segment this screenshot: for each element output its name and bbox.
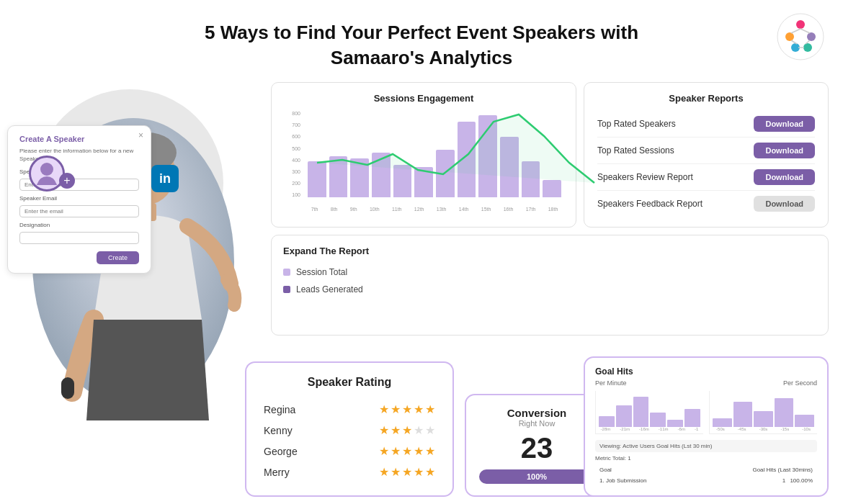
bar-8th	[329, 156, 348, 198]
download-feedback-button[interactable]: Download	[754, 196, 815, 212]
speaker-email-label: Speaker Email	[19, 195, 139, 202]
rating-row-merry: Merry ★ ★ ★ ★ ★	[264, 462, 435, 482]
mini-bar	[795, 415, 814, 428]
svg-point-1	[796, 20, 805, 29]
expand-report-title: Expand The Report	[283, 246, 816, 256]
right-panels: Sessions Engagement 80070060050040030020…	[271, 82, 829, 336]
conversion-percent-bar: 100%	[479, 469, 594, 484]
bar-14th	[458, 122, 476, 198]
star: ★	[402, 465, 412, 479]
svg-line-7	[800, 29, 810, 33]
bar-7th	[308, 161, 326, 197]
rating-stars-merry: ★ ★ ★ ★ ★	[379, 465, 435, 479]
chart-area: 800700600500400300200100	[283, 111, 564, 212]
mini-bars-left	[596, 391, 703, 427]
star: ★	[391, 402, 401, 416]
goal-col-header: Goal	[597, 465, 693, 474]
report-row-review: Speakers Review Report Download	[597, 164, 815, 191]
speaker-email-field: Speaker Email	[19, 195, 139, 217]
expand-label-session: Session Total	[296, 267, 347, 277]
mini-bar	[754, 411, 773, 428]
main-area: × Create A Speaker Please enter the info…	[0, 82, 843, 336]
svg-line-8	[791, 40, 797, 44]
bar-13th	[436, 150, 455, 197]
bar-16th	[500, 137, 519, 197]
x-axis: 7th8th9th10th11th12th13th14th15th16th17t…	[305, 207, 564, 212]
star-half: ★	[425, 465, 435, 479]
create-speaker-title: Create A Speaker	[19, 135, 139, 143]
expand-item-leads: Leads Generated	[283, 281, 816, 298]
report-row-feedback: Speakers Feedback Report Download	[597, 191, 815, 217]
download-top-rated-speakers-button[interactable]: Download	[754, 116, 815, 132]
report-label-top-rated: Top Rated Speakers	[597, 119, 676, 129]
mini-labels-left: -28m-21m-16m-11m-6m-1	[596, 427, 703, 431]
mini-bar	[684, 409, 700, 427]
download-top-rated-sessions-button[interactable]: Download	[754, 143, 815, 158]
top-row: Sessions Engagement 80070060050040030020…	[271, 82, 829, 228]
create-speaker-button[interactable]: Create	[97, 251, 139, 264]
mini-labels-right: -50s-45s-30s-15s-10s	[710, 427, 817, 431]
svg-point-5	[803, 43, 812, 52]
session-dot	[283, 269, 290, 276]
mini-bar	[775, 398, 794, 427]
page-title: 5 Ways to Find Your Perfect Event Speake…	[169, 20, 674, 71]
bar-11th	[393, 165, 412, 198]
mini-chart-per-second: -50s-45s-30s-15s-10s	[709, 391, 817, 434]
goal-header-row: Goal Goal Hits (Last 30mins)	[597, 465, 816, 474]
bar-9th	[350, 158, 369, 197]
mini-charts: -28m-21m-16m-11m-6m-1 -50s-45s-30s-15s-1…	[595, 391, 817, 434]
conversion-title: Conversion	[479, 407, 594, 419]
star: ★	[414, 465, 424, 479]
mini-chart-per-minute: -28m-21m-16m-11m-6m-1	[595, 391, 703, 434]
speaker-email-input[interactable]	[19, 205, 139, 217]
svg-line-6	[791, 29, 800, 33]
star: ★	[391, 423, 401, 437]
designation-input[interactable]	[19, 232, 139, 244]
designation-label: Designation	[19, 222, 139, 228]
bar-15th	[478, 115, 497, 197]
star: ★	[425, 444, 435, 458]
mini-bar	[633, 397, 649, 428]
y-axis: 800700600500400300200100	[283, 111, 303, 197]
goal-subtitle-row: Per Minute Per Second	[595, 379, 817, 387]
download-review-button[interactable]: Download	[754, 169, 815, 185]
report-row-top-rated-sessions: Top Rated Sessions Download	[597, 138, 815, 164]
expand-report-panel: Expand The Report Session Total Leads Ge…	[271, 235, 829, 336]
avatar-add: +	[29, 156, 75, 192]
rating-stars-george: ★ ★ ★ ★ ★	[379, 444, 435, 458]
designation-field: Designation	[19, 222, 139, 244]
rating-row-kenny: Kenny ★ ★ ★ ★ ★	[264, 420, 435, 441]
expand-item-session: Session Total	[283, 264, 816, 281]
expand-list: Session Total Leads Generated	[283, 264, 816, 298]
mini-bars-right	[710, 391, 817, 427]
bottom-row: Expand The Report Session Total Leads Ge…	[271, 235, 829, 336]
star-half: ★	[414, 423, 424, 437]
bar-17th	[522, 161, 540, 197]
star: ★	[402, 444, 412, 458]
bar-10th	[372, 153, 391, 197]
star-half: ★	[425, 402, 435, 416]
bar-18th	[543, 180, 561, 197]
star: ★	[391, 444, 401, 458]
rating-row-regina: Regina ★ ★ ★ ★ ★	[264, 399, 435, 420]
goal-row-name: 1. Job Submission	[597, 476, 693, 485]
star: ★	[379, 402, 389, 416]
add-speaker-icon[interactable]: +	[59, 173, 75, 189]
sessions-chart-title: Sessions Engagement	[283, 93, 564, 104]
report-label-top-sessions: Top Rated Sessions	[597, 145, 674, 156]
rating-row-george: George ★ ★ ★ ★ ★	[264, 441, 435, 462]
star-empty: ★	[425, 423, 435, 437]
goal-viewing-text: Viewing: Active Users Goal Hits (Lst 30 …	[595, 440, 817, 452]
rating-name-regina: Regina	[264, 404, 295, 415]
star: ★	[414, 444, 424, 458]
mini-bar	[667, 420, 683, 427]
speaker-reports-title: Speaker Reports	[597, 93, 815, 104]
mini-bar	[616, 405, 632, 427]
bar-chart	[305, 111, 564, 197]
close-icon[interactable]: ×	[138, 130, 143, 140]
star: ★	[379, 465, 389, 479]
goal-row-hits: 1 100.00%	[695, 476, 816, 485]
per-minute-label: Per Minute	[595, 379, 627, 387]
goal-hits-card: Goal Hits Per Minute Per Second -28m-21m…	[584, 356, 829, 497]
rating-card-title: Speaker Rating	[264, 376, 435, 389]
